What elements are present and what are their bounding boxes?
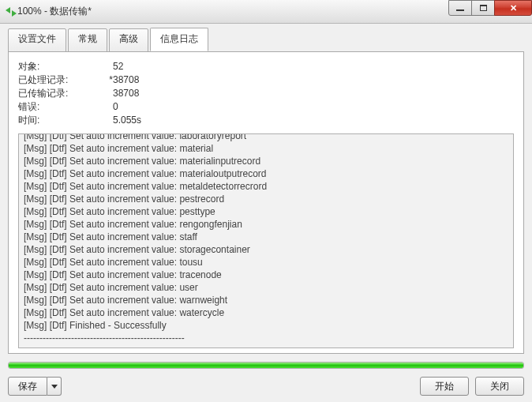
tab-advanced[interactable]: 高级: [109, 28, 148, 52]
log-line: [Msg] [Dtf] Set auto increment value: tr…: [24, 269, 508, 281]
processed-prefix: *: [106, 73, 113, 87]
app-icon: [5, 6, 17, 18]
tab-strip: 设置文件 常规 高级 信息日志: [8, 28, 524, 51]
close-icon: ✕: [510, 3, 517, 13]
log-line: [Msg] [Dtf] Set auto increment value: wa…: [24, 294, 508, 306]
log-line: [Msg] [Dtf] Set auto increment value: to…: [24, 256, 508, 269]
title-bar: 100% - 数据传输* ✕: [0, 0, 532, 24]
maximize-icon: [480, 5, 487, 11]
errors-value: 0: [113, 100, 118, 114]
log-line: [Msg] [Dtf] Set auto increment value: ma…: [24, 142, 508, 155]
progress-fill: [9, 363, 523, 368]
button-row: 保存 开始 关闭: [8, 377, 524, 396]
progress-bar: [8, 362, 524, 369]
log-line: [Msg] [Dtf] Set auto increment value: pe…: [24, 193, 508, 205]
object-value: 52: [113, 60, 123, 73]
log-line: [Msg] [Dtf] Set auto increment value: la…: [24, 133, 508, 142]
tab-info-log[interactable]: 信息日志: [150, 28, 208, 51]
log-line: [Msg] [Dtf] Set auto increment value: wa…: [24, 306, 508, 319]
close-button[interactable]: 关闭: [475, 377, 524, 396]
transferred-label: 已传输记录:: [18, 87, 113, 100]
errors-label: 错误:: [18, 100, 113, 114]
window-title: 100% - 数据传输*: [17, 5, 449, 18]
save-dropdown-button[interactable]: [47, 377, 62, 396]
client-area: 设置文件 常规 高级 信息日志 对象: 52 已处理记录: *38708 已传输…: [0, 24, 532, 402]
window-controls: ✕: [449, 0, 532, 23]
tab-panel-info-log: 对象: 52 已处理记录: *38708 已传输记录: 38708 错误: 0 …: [8, 51, 524, 354]
processed-label: 已处理记录:: [18, 73, 113, 87]
minimize-icon: [456, 9, 464, 11]
log-line: [Msg] [Dtf] Set auto increment value: st…: [24, 231, 508, 243]
chevron-down-icon: [51, 385, 58, 389]
save-button[interactable]: 保存: [8, 377, 47, 396]
log-line-finished: [Msg] [Dtf] Finished - Successfully: [24, 319, 508, 332]
tab-config-file[interactable]: 设置文件: [8, 28, 66, 52]
log-line: [Msg] [Dtf] Set auto increment value: ma…: [24, 167, 508, 180]
log-line: [Msg] [Dtf] Set auto increment value: ma…: [24, 155, 508, 167]
maximize-button[interactable]: [471, 0, 495, 16]
minimize-button[interactable]: [448, 0, 472, 16]
log-line: [Msg] [Dtf] Set auto increment value: re…: [24, 218, 508, 231]
close-window-button[interactable]: ✕: [494, 0, 532, 16]
time-value: 5.055s: [113, 114, 141, 127]
start-button[interactable]: 开始: [420, 377, 469, 396]
log-line: [Msg] [Dtf] Set auto increment value: us…: [24, 281, 508, 294]
object-label: 对象:: [18, 60, 113, 73]
summary-table: 对象: 52 已处理记录: *38708 已传输记录: 38708 错误: 0 …: [18, 60, 514, 127]
transferred-value: 38708: [113, 87, 139, 100]
tab-general[interactable]: 常规: [68, 28, 107, 52]
log-line: [Msg] [Dtf] Set auto increment value: st…: [24, 243, 508, 256]
log-line: [Msg] [Dtf] Set auto increment value: me…: [24, 180, 508, 193]
time-label: 时间:: [18, 114, 113, 127]
log-textarea[interactable]: [Msg] [Dtf] Set auto increment value: kn…: [18, 133, 514, 348]
log-line: [Msg] [Dtf] Set auto increment value: pe…: [24, 205, 508, 218]
log-separator: ----------------------------------------…: [24, 332, 508, 344]
save-button-group: 保存: [8, 377, 62, 396]
processed-number: 38708: [113, 74, 139, 85]
processed-value: *38708: [113, 73, 139, 87]
